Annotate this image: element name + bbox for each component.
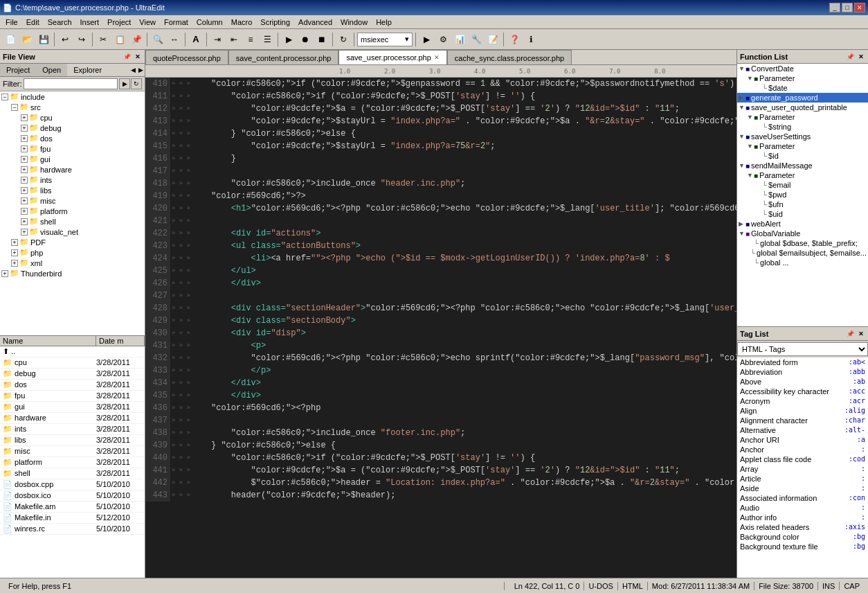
copy-button[interactable]: 📋 (112, 32, 127, 47)
function-list-close[interactable]: ✕ (857, 53, 865, 60)
tree-expand-icon[interactable]: − (11, 104, 18, 111)
filter-refresh-button[interactable]: ↻ (131, 78, 142, 89)
code-text[interactable]: "color:#569cd6;">?> (208, 190, 736, 202)
menu-project[interactable]: Project (103, 17, 135, 28)
tag-row[interactable]: Aside: (737, 484, 868, 493)
menu-insert[interactable]: Insert (76, 17, 104, 28)
function-item[interactable]: └$email (737, 180, 868, 190)
function-item[interactable]: └global $dbase, $table_prefix; (737, 238, 868, 248)
code-text[interactable]: <p> (208, 339, 736, 352)
replace-button[interactable]: ↔ (167, 32, 182, 47)
new-button[interactable]: 📄 (3, 32, 18, 47)
code-editor[interactable]: 410» » »"color:#c586c0;">if ("color:#9cd… (145, 78, 736, 578)
tree-item[interactable]: +📁PDF (0, 237, 145, 247)
tag-row[interactable]: Background color:bg (737, 532, 868, 542)
save-button[interactable]: 💾 (36, 32, 51, 47)
code-text[interactable]: "color:#c586c0;">if ("color:#9cdcfe;">$_… (208, 90, 736, 103)
menu-search[interactable]: Search (44, 17, 76, 28)
tag-row[interactable]: Abbreviated form:ab< (737, 357, 868, 367)
list-item[interactable]: 📁 dos3/28/2011 (0, 380, 145, 391)
tab-open[interactable]: Open (36, 64, 67, 76)
file-list[interactable]: ⬆ ..📁 cpu3/28/2011📁 debug3/28/2011📁 dos3… (0, 346, 145, 578)
function-item[interactable]: └$uid (737, 209, 868, 219)
tree-expand-icon[interactable]: + (11, 260, 18, 267)
editor-tab[interactable]: quoteProcessor.php (145, 50, 228, 65)
menu-window[interactable]: Window (336, 17, 372, 28)
code-text[interactable]: "color:#9cdcfe;">$stayUrl = "index.php?a… (208, 140, 736, 152)
bold-button[interactable]: A (188, 32, 204, 47)
tb-btn-extra3[interactable]: 🔧 (469, 32, 484, 47)
tag-row[interactable]: Author info: (737, 513, 868, 522)
tree-item[interactable]: −📁include (0, 91, 145, 102)
tree-item[interactable]: +📁ints (0, 175, 145, 185)
tree-item[interactable]: +📁cpu (0, 112, 145, 123)
tag-list-pin[interactable]: 📌 (845, 330, 856, 337)
tree-expand-icon[interactable]: + (21, 197, 28, 204)
function-item[interactable]: └global ... (737, 258, 868, 267)
tree-expand-icon[interactable]: + (21, 187, 28, 194)
find-button[interactable]: 🔍 (150, 32, 165, 47)
menu-advanced[interactable]: Advanced (294, 17, 336, 28)
code-text[interactable] (208, 165, 736, 177)
indent-button[interactable]: ⇥ (210, 32, 225, 47)
list-item[interactable]: 📄 winres.rc5/10/2010 (0, 524, 145, 535)
tag-row[interactable]: Array: (737, 464, 868, 474)
tree-item[interactable]: +📁php (0, 247, 145, 258)
tree-item[interactable]: +📁gui (0, 154, 145, 164)
code-text[interactable]: <div class="sectionHeader">"color:#569cd… (208, 302, 736, 315)
code-text[interactable]: "color:#9cdcfe;">$a = ("color:#9cdcfe;">… (208, 464, 736, 477)
list-item[interactable]: 📁 gui3/28/2011 (0, 402, 145, 413)
script-dropdown[interactable]: msiexec ▾ (357, 33, 413, 46)
tab-explorer[interactable]: Explorer (67, 64, 108, 76)
code-text[interactable]: $"color:#c586c0;">header = "Location: in… (208, 477, 736, 489)
tag-row[interactable]: Above:ab (737, 377, 868, 387)
function-list-pin[interactable]: 📌 (845, 53, 856, 60)
tag-row[interactable]: Axis related headers:axis (737, 522, 868, 532)
tree-expand-icon[interactable]: + (21, 177, 28, 184)
code-text[interactable]: </div> (208, 377, 736, 389)
tree-item[interactable]: +📁dos (0, 133, 145, 143)
tree-item[interactable]: +📁visualc_net (0, 227, 145, 237)
code-text[interactable]: header("color:#9cdcfe;">$header); (208, 489, 736, 502)
list-item[interactable]: 📁 cpu3/28/2011 (0, 357, 145, 369)
code-text[interactable]: "color:#c586c0;">include_once "header.in… (208, 177, 736, 190)
filter-input[interactable] (24, 78, 118, 89)
list-item[interactable]: 📄 dosbox.ico5/10/2010 (0, 490, 145, 502)
tb-btn-extra2[interactable]: 📊 (452, 32, 467, 47)
code-text[interactable]: } (208, 152, 736, 165)
tree-expand-icon[interactable]: + (21, 208, 28, 215)
tag-list[interactable]: Abbreviated form:ab<Abbreviation:abbAbov… (737, 357, 868, 578)
tree-item[interactable]: +📁misc (0, 195, 145, 206)
tree-item[interactable]: +📁shell (0, 216, 145, 227)
file-panel-close[interactable]: ✕ (134, 53, 142, 60)
code-text[interactable]: <div class="sectionBody"> (208, 315, 736, 327)
menu-file[interactable]: File (1, 17, 22, 28)
code-text[interactable]: "color:#9cdcfe;">$a = ("color:#9cdcfe;">… (208, 103, 736, 115)
list-item[interactable]: ⬆ .. (0, 346, 145, 357)
code-text[interactable]: "color:#569cd6;"><?php "color:#c586c0;">… (208, 352, 736, 364)
function-item[interactable]: └$pwd (737, 190, 868, 200)
tree-expand-icon[interactable]: + (21, 218, 28, 225)
list-item[interactable]: 📄 Makefile.am5/10/2010 (0, 502, 145, 513)
code-text[interactable]: </ul> (208, 265, 736, 277)
code-text[interactable]: } "color:#c586c0;">else { (208, 127, 736, 140)
code-text[interactable] (208, 290, 736, 302)
code-text[interactable]: "color:#c586c0;">include_once "footer.in… (208, 427, 736, 439)
tag-row[interactable]: Acronym:acr (737, 396, 868, 406)
code-text[interactable]: } "color:#c586c0;">else { (208, 439, 736, 452)
refresh-button[interactable]: ↻ (336, 32, 351, 47)
tree-expand-icon[interactable]: + (11, 239, 18, 246)
function-item[interactable]: ▶■webAlert (737, 219, 868, 229)
menu-macro[interactable]: Macro (227, 17, 257, 28)
function-item[interactable]: ▶■generate_password (737, 93, 868, 103)
tb-btn-extra4[interactable]: 📝 (485, 32, 500, 47)
tree-item[interactable]: +📁fpu (0, 143, 145, 154)
tree-expand-icon[interactable]: + (21, 125, 28, 132)
tag-row[interactable]: Audio: (737, 503, 868, 513)
tag-row[interactable]: Associated information:con (737, 493, 868, 503)
tree-item[interactable]: +📁Thunderbird (0, 268, 145, 278)
function-item[interactable]: └$ufn (737, 200, 868, 209)
tag-row[interactable]: Align:alig (737, 406, 868, 416)
code-text[interactable]: <div id="disp"> (208, 327, 736, 339)
code-text[interactable] (208, 414, 736, 427)
